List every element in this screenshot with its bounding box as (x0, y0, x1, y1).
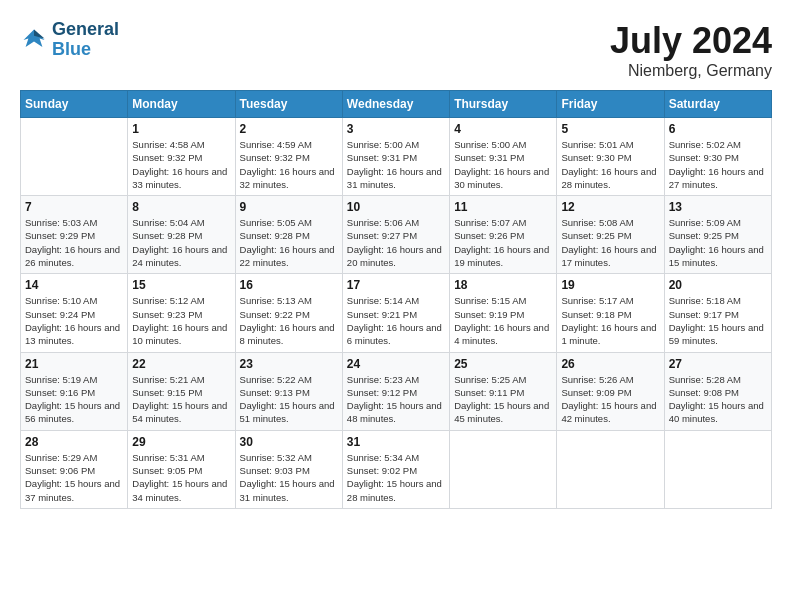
calendar-cell: 19Sunrise: 5:17 AMSunset: 9:18 PMDayligh… (557, 274, 664, 352)
calendar-week-row: 14Sunrise: 5:10 AMSunset: 9:24 PMDayligh… (21, 274, 772, 352)
logo-line1: General (52, 20, 119, 40)
page-header: General Blue July 2024 Niemberg, Germany (20, 20, 772, 80)
day-info: Sunrise: 5:14 AMSunset: 9:21 PMDaylight:… (347, 294, 445, 347)
day-number: 7 (25, 200, 123, 214)
calendar-cell: 30Sunrise: 5:32 AMSunset: 9:03 PMDayligh… (235, 430, 342, 508)
day-number: 29 (132, 435, 230, 449)
day-number: 19 (561, 278, 659, 292)
weekday-header: Sunday (21, 91, 128, 118)
day-number: 10 (347, 200, 445, 214)
day-info: Sunrise: 5:00 AMSunset: 9:31 PMDaylight:… (347, 138, 445, 191)
weekday-header: Monday (128, 91, 235, 118)
calendar-cell: 28Sunrise: 5:29 AMSunset: 9:06 PMDayligh… (21, 430, 128, 508)
logo-line2: Blue (52, 40, 119, 60)
day-number: 16 (240, 278, 338, 292)
calendar-cell: 27Sunrise: 5:28 AMSunset: 9:08 PMDayligh… (664, 352, 771, 430)
day-info: Sunrise: 5:01 AMSunset: 9:30 PMDaylight:… (561, 138, 659, 191)
weekday-header-row: SundayMondayTuesdayWednesdayThursdayFrid… (21, 91, 772, 118)
calendar-cell (557, 430, 664, 508)
calendar-cell (450, 430, 557, 508)
calendar-cell: 12Sunrise: 5:08 AMSunset: 9:25 PMDayligh… (557, 196, 664, 274)
calendar-cell: 20Sunrise: 5:18 AMSunset: 9:17 PMDayligh… (664, 274, 771, 352)
calendar-cell: 18Sunrise: 5:15 AMSunset: 9:19 PMDayligh… (450, 274, 557, 352)
day-info: Sunrise: 5:15 AMSunset: 9:19 PMDaylight:… (454, 294, 552, 347)
weekday-header: Friday (557, 91, 664, 118)
day-number: 12 (561, 200, 659, 214)
day-number: 2 (240, 122, 338, 136)
day-number: 15 (132, 278, 230, 292)
calendar-table: SundayMondayTuesdayWednesdayThursdayFrid… (20, 90, 772, 509)
day-number: 22 (132, 357, 230, 371)
day-number: 31 (347, 435, 445, 449)
day-info: Sunrise: 5:04 AMSunset: 9:28 PMDaylight:… (132, 216, 230, 269)
month-title: July 2024 (610, 20, 772, 62)
day-number: 25 (454, 357, 552, 371)
calendar-cell: 16Sunrise: 5:13 AMSunset: 9:22 PMDayligh… (235, 274, 342, 352)
day-number: 18 (454, 278, 552, 292)
day-info: Sunrise: 5:12 AMSunset: 9:23 PMDaylight:… (132, 294, 230, 347)
weekday-header: Saturday (664, 91, 771, 118)
calendar-cell: 22Sunrise: 5:21 AMSunset: 9:15 PMDayligh… (128, 352, 235, 430)
day-info: Sunrise: 5:05 AMSunset: 9:28 PMDaylight:… (240, 216, 338, 269)
calendar-cell (21, 118, 128, 196)
day-number: 6 (669, 122, 767, 136)
day-info: Sunrise: 5:25 AMSunset: 9:11 PMDaylight:… (454, 373, 552, 426)
day-number: 28 (25, 435, 123, 449)
day-info: Sunrise: 5:02 AMSunset: 9:30 PMDaylight:… (669, 138, 767, 191)
day-number: 8 (132, 200, 230, 214)
day-info: Sunrise: 5:10 AMSunset: 9:24 PMDaylight:… (25, 294, 123, 347)
day-info: Sunrise: 5:32 AMSunset: 9:03 PMDaylight:… (240, 451, 338, 504)
location-title: Niemberg, Germany (610, 62, 772, 80)
day-number: 23 (240, 357, 338, 371)
calendar-cell: 10Sunrise: 5:06 AMSunset: 9:27 PMDayligh… (342, 196, 449, 274)
weekday-header: Wednesday (342, 91, 449, 118)
day-number: 13 (669, 200, 767, 214)
day-number: 30 (240, 435, 338, 449)
calendar-week-row: 7Sunrise: 5:03 AMSunset: 9:29 PMDaylight… (21, 196, 772, 274)
calendar-cell (664, 430, 771, 508)
day-info: Sunrise: 4:59 AMSunset: 9:32 PMDaylight:… (240, 138, 338, 191)
calendar-cell: 15Sunrise: 5:12 AMSunset: 9:23 PMDayligh… (128, 274, 235, 352)
calendar-cell: 21Sunrise: 5:19 AMSunset: 9:16 PMDayligh… (21, 352, 128, 430)
day-info: Sunrise: 5:21 AMSunset: 9:15 PMDaylight:… (132, 373, 230, 426)
day-number: 14 (25, 278, 123, 292)
calendar-cell: 8Sunrise: 5:04 AMSunset: 9:28 PMDaylight… (128, 196, 235, 274)
weekday-header: Tuesday (235, 91, 342, 118)
logo-icon (20, 26, 48, 54)
calendar-cell: 3Sunrise: 5:00 AMSunset: 9:31 PMDaylight… (342, 118, 449, 196)
day-info: Sunrise: 4:58 AMSunset: 9:32 PMDaylight:… (132, 138, 230, 191)
day-info: Sunrise: 5:29 AMSunset: 9:06 PMDaylight:… (25, 451, 123, 504)
day-info: Sunrise: 5:06 AMSunset: 9:27 PMDaylight:… (347, 216, 445, 269)
day-info: Sunrise: 5:00 AMSunset: 9:31 PMDaylight:… (454, 138, 552, 191)
title-block: July 2024 Niemberg, Germany (610, 20, 772, 80)
calendar-cell: 6Sunrise: 5:02 AMSunset: 9:30 PMDaylight… (664, 118, 771, 196)
calendar-cell: 9Sunrise: 5:05 AMSunset: 9:28 PMDaylight… (235, 196, 342, 274)
day-info: Sunrise: 5:19 AMSunset: 9:16 PMDaylight:… (25, 373, 123, 426)
day-info: Sunrise: 5:23 AMSunset: 9:12 PMDaylight:… (347, 373, 445, 426)
weekday-header: Thursday (450, 91, 557, 118)
day-info: Sunrise: 5:28 AMSunset: 9:08 PMDaylight:… (669, 373, 767, 426)
day-number: 17 (347, 278, 445, 292)
day-number: 21 (25, 357, 123, 371)
calendar-week-row: 21Sunrise: 5:19 AMSunset: 9:16 PMDayligh… (21, 352, 772, 430)
calendar-cell: 11Sunrise: 5:07 AMSunset: 9:26 PMDayligh… (450, 196, 557, 274)
day-info: Sunrise: 5:09 AMSunset: 9:25 PMDaylight:… (669, 216, 767, 269)
day-number: 9 (240, 200, 338, 214)
day-info: Sunrise: 5:22 AMSunset: 9:13 PMDaylight:… (240, 373, 338, 426)
calendar-cell: 5Sunrise: 5:01 AMSunset: 9:30 PMDaylight… (557, 118, 664, 196)
calendar-cell: 14Sunrise: 5:10 AMSunset: 9:24 PMDayligh… (21, 274, 128, 352)
day-number: 3 (347, 122, 445, 136)
day-number: 11 (454, 200, 552, 214)
calendar-cell: 25Sunrise: 5:25 AMSunset: 9:11 PMDayligh… (450, 352, 557, 430)
day-info: Sunrise: 5:34 AMSunset: 9:02 PMDaylight:… (347, 451, 445, 504)
day-info: Sunrise: 5:31 AMSunset: 9:05 PMDaylight:… (132, 451, 230, 504)
day-info: Sunrise: 5:18 AMSunset: 9:17 PMDaylight:… (669, 294, 767, 347)
day-info: Sunrise: 5:08 AMSunset: 9:25 PMDaylight:… (561, 216, 659, 269)
day-number: 24 (347, 357, 445, 371)
day-info: Sunrise: 5:03 AMSunset: 9:29 PMDaylight:… (25, 216, 123, 269)
calendar-week-row: 28Sunrise: 5:29 AMSunset: 9:06 PMDayligh… (21, 430, 772, 508)
calendar-cell: 31Sunrise: 5:34 AMSunset: 9:02 PMDayligh… (342, 430, 449, 508)
day-number: 27 (669, 357, 767, 371)
calendar-cell: 4Sunrise: 5:00 AMSunset: 9:31 PMDaylight… (450, 118, 557, 196)
day-number: 5 (561, 122, 659, 136)
